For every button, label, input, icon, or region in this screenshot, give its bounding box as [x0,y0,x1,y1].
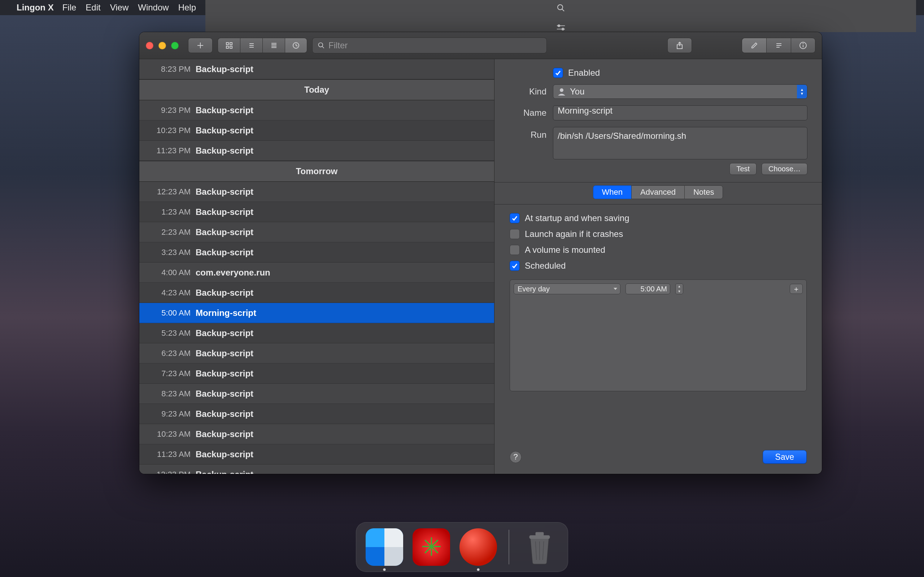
kind-popup[interactable]: You ▲▼ [553,84,808,99]
tab-advanced[interactable]: Advanced [631,185,685,199]
menu-edit[interactable]: Edit [86,3,100,13]
schedule-row[interactable]: 11:23 AMBackup-script [139,444,494,464]
menu-help[interactable]: Help [178,3,196,13]
schedule-row[interactable]: 10:23 AMBackup-script [139,424,494,444]
schedule-time: 3:23 AM [146,248,191,257]
add-button[interactable] [188,38,213,53]
scheduled-label: Scheduled [525,261,565,271]
dock-app-strawberry[interactable] [412,528,450,566]
dock [356,522,568,572]
test-button[interactable]: Test [729,163,756,175]
control-center-icon[interactable] [556,23,565,32]
startup-label: At startup and when saving [525,213,630,223]
run-label: Run [509,127,546,140]
schedule-row[interactable]: 10:23 PMBackup-script [139,121,494,141]
time-field[interactable]: 5:00 AM [625,284,670,294]
schedule-name: Backup-script [195,126,254,135]
schedule-row[interactable]: 9:23 AMBackup-script [139,404,494,424]
schedule-time: 9:23 AM [146,409,191,419]
menu-view[interactable]: View [110,3,129,13]
schedule-row[interactable]: 12:23 PMBackup-script [139,464,494,474]
frequency-select[interactable]: Every day [514,284,620,294]
schedule-name: Backup-script [195,227,254,237]
menu-file[interactable]: File [63,3,76,13]
tab-notes[interactable]: Notes [684,185,723,199]
svg-rect-11 [230,46,232,48]
schedule-time: 5:23 AM [146,329,191,338]
schedule-time: 6:23 AM [146,349,191,358]
schedule-box: Every day 5:00 AM ▲▼ ＋ [510,279,807,391]
popup-arrows-icon: ▲▼ [797,85,807,98]
svg-rect-10 [226,46,228,48]
filter-input[interactable]: Filter [312,37,547,53]
schedule-row[interactable]: 12:23 AMBackup-script [139,182,494,202]
schedule-row[interactable]: 9:23 PMBackup-script [139,100,494,121]
schedule-row[interactable]: 2:23 AMBackup-script [139,222,494,242]
schedule-row[interactable]: 4:00 AMcom.everyone.run [139,263,494,283]
minimize-button[interactable] [158,42,166,49]
startup-checkbox[interactable] [510,213,520,223]
name-field[interactable]: Morning-script [553,105,808,121]
zoom-button[interactable] [171,42,179,49]
svg-rect-8 [226,43,228,45]
view-mode-segment [218,38,307,53]
schedule-time: 8:23 PM [146,64,191,74]
choose-button[interactable]: Choose… [762,163,808,175]
schedule-time: 4:00 AM [146,268,191,277]
detail-tabs: When Advanced Notes [494,182,822,205]
view-schedule-button[interactable] [285,38,307,53]
run-field[interactable]: /bin/sh /Users/Shared/morning.sh [553,127,808,160]
svg-rect-33 [529,535,550,539]
view-grid-button[interactable] [218,38,240,53]
schedule-time: 1:23 AM [146,207,191,217]
schedule-list[interactable]: 8:23 PMBackup-scriptToday9:23 PMBackup-s… [139,59,494,474]
schedule-row[interactable]: 8:23 AMBackup-script [139,384,494,404]
relaunch-label: Launch again if it crashes [525,229,623,239]
menu-window[interactable]: Window [138,3,168,13]
schedule-name: Backup-script [195,64,254,74]
tab-when[interactable]: When [593,185,632,199]
schedule-row[interactable]: 4:23 AMBackup-script [139,283,494,303]
svg-point-22 [319,43,323,47]
info-button[interactable] [791,38,815,53]
view-list-button[interactable] [240,38,262,53]
share-button[interactable] [667,38,692,53]
volume-checkbox[interactable] [510,245,520,255]
dock-app-lingon[interactable] [459,528,497,566]
schedule-row[interactable]: 5:23 AMBackup-script [139,323,494,343]
save-button[interactable]: Save [762,450,807,464]
dock-finder[interactable] [366,528,403,566]
view-compact-button[interactable] [262,38,285,53]
dock-trash[interactable] [521,528,558,566]
schedule-row[interactable]: 11:23 PMBackup-script [139,141,494,161]
scheduled-checkbox[interactable] [510,261,520,271]
schedule-name: Backup-script [195,348,254,358]
schedule-row[interactable]: 8:23 PMBackup-script [139,59,494,79]
close-button[interactable] [146,42,153,49]
schedule-time: 12:23 AM [146,187,191,197]
text-button[interactable] [766,38,791,53]
add-schedule-button[interactable]: ＋ [790,284,803,294]
time-stepper[interactable]: ▲▼ [675,284,683,294]
menubar: Lingon X File Edit View Window Help Pete… [0,0,924,15]
help-button[interactable]: ? [510,451,522,463]
spotlight-icon[interactable] [556,3,565,13]
schedule-row[interactable]: 7:23 AMBackup-script [139,364,494,384]
schedule-name: Backup-script [195,207,254,217]
schedule-row[interactable]: 6:23 AMBackup-script [139,343,494,364]
schedule-row[interactable]: 1:23 AMBackup-script [139,202,494,222]
app-name[interactable]: Lingon X [16,3,54,13]
schedule-name: Backup-script [195,409,254,419]
schedule-time: 12:23 PM [146,470,191,474]
app-window: Filter 8:23 PMBackup-scriptToday9:23 PMB… [139,32,822,474]
kind-label: Kind [509,87,546,97]
schedule-time: 5:00 AM [146,308,191,318]
schedule-row[interactable]: 5:00 AMMorning-script [139,303,494,323]
svg-point-32 [560,89,564,92]
schedule-row[interactable]: 3:23 AMBackup-script [139,242,494,263]
enabled-checkbox[interactable] [553,68,563,78]
schedule-time: 4:23 AM [146,288,191,298]
schedule-name: Backup-script [195,369,254,379]
relaunch-checkbox[interactable] [510,229,520,239]
edit-button[interactable] [742,38,766,53]
